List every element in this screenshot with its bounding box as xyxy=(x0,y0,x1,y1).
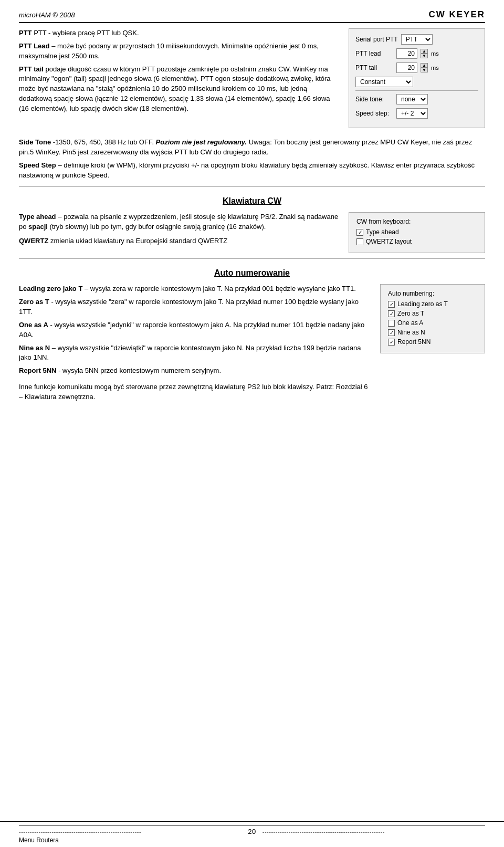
speed-step-para: Speed Step – definiuje kroki (w WPM), kt… xyxy=(19,161,485,181)
inne-text: Inne funkcje komunikatu mogą być sterowa… xyxy=(19,383,368,401)
auto-num-divider xyxy=(19,258,485,259)
leading-zero-para: Leading zero jako T – wysyła zera w rapo… xyxy=(19,284,371,294)
one-as-a-checkbox[interactable] xyxy=(388,320,395,327)
ptt-lead-spin-up[interactable]: ▲ xyxy=(421,49,428,54)
page-header: microHAM © 2008 CW KEYER xyxy=(19,9,485,23)
ptt-lead-row: PTT lead ▲ ▼ ms xyxy=(355,48,478,59)
footer-menu: Menu Routera xyxy=(19,836,485,844)
one-as-a-bold: One as A xyxy=(19,321,48,329)
type-ahead-cb-label: Type ahead xyxy=(366,228,399,236)
klawiatura-row: Type ahead – pozwala na pisanie z wyprze… xyxy=(19,212,485,253)
leading-zero-checkbox[interactable] xyxy=(388,301,395,308)
inne-para: Inne funkcje komunikatu mogą być sterowa… xyxy=(19,382,371,402)
nine-as-n-cb-label: Nine as N xyxy=(397,329,425,336)
qwertz-cb-row: QWERTZ layout xyxy=(356,238,477,245)
auto-num-text-col: Leading zero jako T – wysyła zera w rapo… xyxy=(19,284,371,405)
leading-zero-cb-row: Leading zero as T xyxy=(388,300,477,308)
ptt-tail-spin-up[interactable]: ▲ xyxy=(421,63,428,68)
type-ahead-checkbox[interactable] xyxy=(356,229,363,236)
ptt-lead-unit: ms xyxy=(431,50,439,57)
leading-zero-bold: Leading zero jako T xyxy=(19,285,82,292)
ptt-lead-text: – może być podany w przyrostach 10 milis… xyxy=(19,42,319,60)
nine-as-n-text: – wysyła wszystkie "dziewiątki" w raporc… xyxy=(19,344,361,362)
auto-num-heading: Auto numerowanie xyxy=(19,268,485,278)
auto-numbering-widget: Auto numbering: Leading zero as T Zero a… xyxy=(380,284,485,353)
ptt-tail-input[interactable] xyxy=(396,62,417,73)
side-tone-label: Side tone: xyxy=(355,96,393,103)
serial-port-select[interactable]: PTT xyxy=(401,34,433,45)
cw-keyboard-title: CW from keyboard: xyxy=(356,218,477,225)
footer: ----------------------------------------… xyxy=(0,821,504,847)
ptt-tail-bold: PTT tail xyxy=(19,65,44,73)
klawiatura-widget-col: CW from keyboard: Type ahead QWERTZ layo… xyxy=(349,212,485,253)
ptt-line1: PTT PTT - wybiera pracę PTT lub QSK. xyxy=(19,28,339,38)
constant-row: Constant xyxy=(355,77,478,87)
side-tone-row: Side tone: none xyxy=(355,94,478,104)
speed-step-text: – definiuje kroki (w WPM), którymi przyc… xyxy=(19,161,475,179)
report-5nn-checkbox[interactable] xyxy=(388,339,395,346)
qwertz-checkbox[interactable] xyxy=(356,238,363,245)
ptt-widget-box: Serial port PTT PTT PTT lead ▲ ▼ ms xyxy=(349,28,485,128)
footer-line: ----------------------------------------… xyxy=(19,828,485,835)
speed-step-row: Speed step: +/- 2 xyxy=(355,108,478,119)
speed-step-bold: Speed Step xyxy=(19,161,56,169)
constant-select[interactable]: Constant xyxy=(355,77,413,87)
report-5nn-text: - wysyła 5NN przed kontestowym numerem s… xyxy=(57,367,222,374)
one-as-a-para: One as A - wysyła wszystkie "jedynki" w … xyxy=(19,320,371,340)
ptt-tail-text: podaje długość czasu w którym PTT pozost… xyxy=(19,65,331,112)
spacji-bold: spacji xyxy=(28,223,48,231)
zero-as-t-para: Zero as T - wysyła wszystkie "zera" w ra… xyxy=(19,297,371,317)
ptt-lead-bold: PTT Lead xyxy=(19,42,50,50)
klawiatura-heading: Klawiatura CW xyxy=(19,196,485,206)
ptt-tail-row: PTT tail ▲ ▼ ms xyxy=(355,62,478,73)
serial-port-label: Serial port PTT xyxy=(355,36,398,43)
serial-port-row: Serial port PTT PTT xyxy=(355,34,478,45)
type-ahead-cb-row: Type ahead xyxy=(356,228,477,236)
speed-step-select[interactable]: +/- 2 xyxy=(396,108,428,119)
auto-num-widget-col: Auto numbering: Leading zero as T Zero a… xyxy=(380,284,485,405)
nine-as-n-checkbox[interactable] xyxy=(388,329,395,336)
type-ahead-bold: Type ahead xyxy=(19,213,56,221)
report-5nn-cb-row: Report 5NN xyxy=(388,338,477,346)
ptt-lead-spin-down[interactable]: ▼ xyxy=(421,54,428,58)
speed-step-label: Speed step: xyxy=(355,110,393,117)
nine-as-n-bold: Nine as N xyxy=(19,344,50,352)
report-5nn-cb-label: Report 5NN xyxy=(397,338,430,346)
ptt-lead-para: PTT Lead – może być podany w przyrostach… xyxy=(19,41,339,61)
report-5nn-bold: Report 5NN xyxy=(19,367,57,374)
qwertz-para: QWERTZ zmienia układ klawiatury na Europ… xyxy=(19,236,339,246)
side-tone-italic: Poziom nie jest regulowany. xyxy=(156,138,247,146)
leading-zero-text: – wysyła zera w raporcie kontestowym jak… xyxy=(82,285,355,292)
footer-page-number: 20 xyxy=(248,828,256,835)
zero-as-t-cb-label: Zero as T xyxy=(397,310,424,317)
zero-as-t-text: - wysyła wszystkie "zera" w raporcie kon… xyxy=(19,298,359,316)
ptt-lead-spin[interactable]: ▲ ▼ xyxy=(421,49,428,58)
side-tone-select[interactable]: none xyxy=(396,94,428,104)
footer-dashes-left: ----------------------------------------… xyxy=(19,829,242,835)
ptt-tail-para: PTT tail podaje długość czasu w którym P… xyxy=(19,65,339,114)
type-ahead-para: Type ahead – pozwala na pisanie z wyprze… xyxy=(19,212,339,232)
ptt-lead-input[interactable] xyxy=(396,48,417,59)
ptt-tail-unit: ms xyxy=(431,65,439,71)
ptt-tail-wlabel: PTT tail xyxy=(355,64,393,71)
ptt-bold-label: PTT xyxy=(19,29,32,37)
cw-keyboard-widget: CW from keyboard: Type ahead QWERTZ layo… xyxy=(349,212,485,253)
zero-as-t-cb-row: Zero as T xyxy=(388,310,477,317)
header-left: microHAM © 2008 xyxy=(19,11,75,19)
nine-as-n-para: Nine as N – wysyła wszystkie "dziewiątki… xyxy=(19,343,371,363)
ptt-lead-wlabel: PTT lead xyxy=(355,50,393,57)
nine-as-n-cb-row: Nine as N xyxy=(388,329,477,336)
ptt-text-col: PTT PTT - wybiera pracę PTT lub QSK. PTT… xyxy=(19,28,339,133)
qwertz-text: zmienia układ klawiatury na Europejski s… xyxy=(48,237,227,245)
type-ahead-text2: (tryb słowny) lub po tym, gdy bufor osią… xyxy=(48,223,266,231)
ptt-tail-spin[interactable]: ▲ ▼ xyxy=(421,63,428,72)
report-5nn-para: Report 5NN - wysyła 5NN przed kontestowy… xyxy=(19,366,371,376)
one-as-a-cb-row: One as A xyxy=(388,319,477,327)
ptt-line1-text: PTT - wybiera pracę PTT lub QSK. xyxy=(34,29,139,37)
auto-numbering-title: Auto numbering: xyxy=(388,290,477,297)
zero-as-t-checkbox[interactable] xyxy=(388,310,395,317)
qwertz-cb-label: QWERTZ layout xyxy=(366,238,412,245)
auto-num-content: Leading zero jako T – wysyła zera w rapo… xyxy=(19,284,485,405)
klawiatura-divider xyxy=(19,186,485,187)
ptt-tail-spin-down[interactable]: ▼ xyxy=(421,68,428,72)
